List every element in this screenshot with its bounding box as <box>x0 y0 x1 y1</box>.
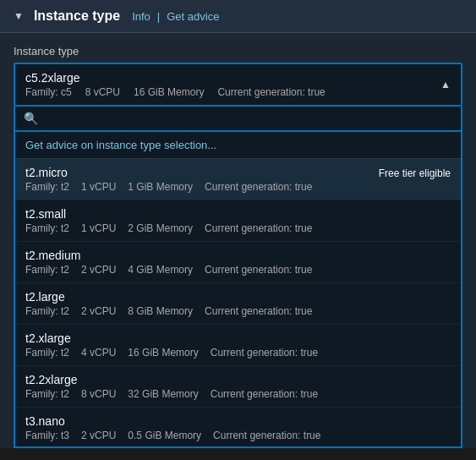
search-icon: 🔍 <box>24 112 38 125</box>
selected-memory: 16 GiB Memory <box>134 86 204 98</box>
divider: | <box>157 10 160 23</box>
free-tier-badge: Free tier eligible <box>379 166 451 179</box>
instance-name: t2.xlarge <box>25 331 318 345</box>
list-item[interactable]: t2.mediumFamily: t22 vCPU4 GiB MemoryCur… <box>15 242 461 283</box>
list-item[interactable]: t2.microFamily: t21 vCPU1 GiB MemoryCurr… <box>15 159 461 200</box>
instance-meta: Family: t24 vCPU16 GiB MemoryCurrent gen… <box>25 347 318 359</box>
section-header: ▼ Instance type Info | Get advice <box>0 0 476 33</box>
instance-family: Family: t2 <box>25 388 69 400</box>
instance-meta: Family: t21 vCPU1 GiB MemoryCurrent gene… <box>25 181 312 193</box>
list-item[interactable]: t3.nanoFamily: t32 vCPU0.5 GiB MemoryCur… <box>15 408 461 446</box>
instance-name: t3.nano <box>25 414 320 428</box>
instance-name: t2.medium <box>25 249 312 262</box>
instance-generation: Current generation: true <box>211 388 318 400</box>
collapse-icon[interactable]: ▼ <box>14 10 24 22</box>
list-item[interactable]: t2.largeFamily: t22 vCPU8 GiB MemoryCurr… <box>15 283 461 325</box>
section-title: Instance type <box>34 8 120 24</box>
instance-memory: 8 GiB Memory <box>128 305 193 317</box>
instance-vcpu: 1 vCPU <box>81 181 116 193</box>
instance-generation: Current generation: true <box>205 181 312 193</box>
dropdown-container: Get advice on instance type selection...… <box>14 132 462 448</box>
instance-family: Family: t2 <box>25 264 69 276</box>
selected-vcpu: 8 vCPU <box>85 86 120 98</box>
selected-family: Family: c5 <box>25 86 72 98</box>
instance-meta: Family: t28 vCPU32 GiB MemoryCurrent gen… <box>25 388 318 400</box>
instance-memory: 32 GiB Memory <box>128 388 198 400</box>
instance-memory: 0.5 GiB Memory <box>128 430 201 441</box>
instance-generation: Current generation: true <box>213 430 320 441</box>
search-container: 🔍 <box>14 107 462 132</box>
instance-name: t2.2xlarge <box>25 373 318 386</box>
instance-generation: Current generation: true <box>205 305 312 317</box>
instance-meta: Family: t22 vCPU8 GiB MemoryCurrent gene… <box>25 305 312 317</box>
selected-instance-meta: Family: c5 8 vCPU 16 GiB Memory Current … <box>25 86 326 98</box>
instance-name: t2.large <box>25 290 312 304</box>
dropdown-arrow-icon: ▲ <box>440 79 451 90</box>
instance-meta: Family: t32 vCPU0.5 GiB MemoryCurrent ge… <box>25 430 320 441</box>
instance-memory: 4 GiB Memory <box>128 264 193 276</box>
selected-generation: Current generation: true <box>217 86 325 98</box>
instance-meta: Family: t22 vCPU4 GiB MemoryCurrent gene… <box>25 264 312 276</box>
instance-family: Family: t2 <box>25 222 69 234</box>
list-item[interactable]: t2.smallFamily: t21 vCPU2 GiB MemoryCurr… <box>15 200 461 242</box>
instance-memory: 16 GiB Memory <box>128 347 198 359</box>
instance-vcpu: 2 vCPU <box>81 430 116 441</box>
instance-family: Family: t3 <box>25 430 69 441</box>
main-content: Instance type c5.2xlarge Family: c5 8 vC… <box>0 33 476 448</box>
instance-family: Family: t2 <box>25 347 69 359</box>
search-input[interactable] <box>43 112 452 125</box>
instance-vcpu: 4 vCPU <box>81 347 116 359</box>
instance-generation: Current generation: true <box>205 222 312 234</box>
instance-family: Family: t2 <box>25 305 69 317</box>
instance-type-list: t2.microFamily: t21 vCPU1 GiB MemoryCurr… <box>15 159 461 446</box>
instance-vcpu: 2 vCPU <box>81 264 116 276</box>
instance-vcpu: 2 vCPU <box>81 305 116 317</box>
get-advice-link[interactable]: Get advice <box>167 10 219 23</box>
instance-memory: 1 GiB Memory <box>128 181 193 193</box>
instance-name: t2.micro <box>25 166 312 179</box>
list-item[interactable]: t2.xlargeFamily: t24 vCPU16 GiB MemoryCu… <box>15 325 461 366</box>
instance-type-select[interactable]: c5.2xlarge Family: c5 8 vCPU 16 GiB Memo… <box>14 63 462 107</box>
instance-family: Family: t2 <box>25 181 69 193</box>
instance-vcpu: 1 vCPU <box>81 222 116 234</box>
instance-memory: 2 GiB Memory <box>128 222 193 234</box>
selected-instance-name: c5.2xlarge <box>25 71 326 85</box>
list-item[interactable]: t2.2xlargeFamily: t28 vCPU32 GiB MemoryC… <box>15 366 461 408</box>
instance-name: t2.small <box>25 207 312 221</box>
field-label: Instance type <box>14 45 462 58</box>
info-link[interactable]: Info <box>132 10 150 23</box>
advice-row[interactable]: Get advice on instance type selection... <box>15 132 461 159</box>
instance-generation: Current generation: true <box>211 347 318 359</box>
instance-meta: Family: t21 vCPU2 GiB MemoryCurrent gene… <box>25 222 312 234</box>
instance-generation: Current generation: true <box>205 264 312 276</box>
instance-vcpu: 8 vCPU <box>81 388 116 400</box>
